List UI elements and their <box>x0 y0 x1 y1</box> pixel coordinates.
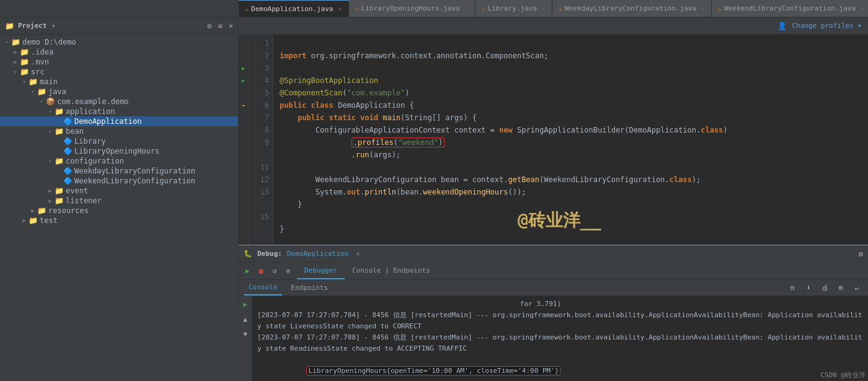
side-down-icon[interactable]: ▼ <box>240 328 251 339</box>
tree-item-demo[interactable]: ▾ 📁 demo D:\demo <box>0 37 238 47</box>
tab-label-4: WeekendLibraryConfiguration.java <box>724 4 856 12</box>
tree-item-event[interactable]: ▶ 📁 event <box>0 186 238 196</box>
tree-label-bean: bean <box>66 127 84 136</box>
tree-item-idea[interactable]: ▶ 📁 .idea <box>0 47 238 57</box>
tree-arrow-mvn: ▶ <box>11 59 20 65</box>
folder-icon-configuration: 📁 <box>55 157 64 165</box>
tree-label-com: com.example.demo <box>57 97 129 106</box>
tree-label-weekend: WeekendLibraryConfiguration <box>74 177 195 185</box>
java-class-icon-weekend: 🔷 <box>63 177 73 185</box>
tab-close-4[interactable]: × <box>861 5 864 12</box>
code-line-11: WeekendLibraryConfiguration bean = conte… <box>280 175 701 184</box>
tab-libraryopeninghours[interactable]: ☕ LibraryOpeningHours.java × <box>349 0 476 17</box>
gutter-line-6: → <box>239 99 248 112</box>
tree-arrow-com: ▾ <box>37 99 46 105</box>
tree-item-test[interactable]: ▶ 📁 test <box>0 216 238 226</box>
folder-icon-application: 📁 <box>55 107 64 116</box>
gutter-line-13 <box>239 186 248 198</box>
java-class-icon-library: 🔷 <box>63 137 73 146</box>
tab-demoapplication[interactable]: ☕ DemoApplication.java × <box>239 0 349 17</box>
tab-label-3: WeekdayLibraryConfiguration.java <box>565 4 696 12</box>
tree-item-listener[interactable]: ▶ 📁 listener <box>0 196 238 206</box>
tree-item-configuration[interactable]: ▾ 📁 configuration <box>0 156 238 166</box>
tree-item-weekdaylibrary[interactable]: 🔷 WeekdayLibraryConfiguration <box>0 166 238 176</box>
side-run-icon[interactable]: ▶ <box>240 299 251 310</box>
tree-item-mvn[interactable]: ▶ 📁 .mvn <box>0 57 238 67</box>
gutter-line-8 <box>239 124 248 136</box>
console-print-btn[interactable]: 🖨 <box>818 282 831 294</box>
tree-label-mvn: .mvn <box>31 58 49 66</box>
java-icon-3: ☕ <box>559 5 562 12</box>
debug-tab-debugger-label: Debugger <box>304 266 337 274</box>
console-line-2: [2023-07-07 17:27:07.788] - 8456 信息 [res… <box>257 332 863 354</box>
debug-tab-debugger[interactable]: Debugger <box>297 263 345 279</box>
debug-settings-icon[interactable]: ⚙ <box>859 250 863 258</box>
console-scroll-end-btn[interactable]: ⬇ <box>802 282 815 294</box>
tree-arrow-main: ▾ <box>20 79 29 85</box>
profile-icon: 👤 <box>777 22 787 30</box>
tree-arrow-idea: ▶ <box>11 49 20 55</box>
debug-close-icon[interactable]: × <box>356 250 360 258</box>
gutter-line-10 <box>239 149 248 161</box>
tree-item-library[interactable]: 🔷 Library <box>0 136 238 146</box>
console-subtab-console[interactable]: Console <box>244 280 282 296</box>
console-area[interactable]: for 3.791) [2023-07-07 17:27:07.784] - 8… <box>252 296 868 381</box>
tab-bar: ☕ DemoApplication.java × ☕ LibraryOpenin… <box>0 0 868 17</box>
sidebar-dropdown-icon[interactable]: ▾ <box>51 22 55 29</box>
code-line-14 <box>280 212 284 221</box>
console-subtab-endpoints-label: Endpoints <box>291 284 328 292</box>
tree-arrow-src: ▾ <box>11 69 20 75</box>
tree-item-com-example-demo[interactable]: ▾ 📦 com.example.demo <box>0 97 238 107</box>
tree-item-resources[interactable]: ▶ 📁 resources <box>0 206 238 216</box>
debug-resume-btn[interactable]: ▶ <box>241 265 254 278</box>
tree-arrow-bean: ▾ <box>46 128 55 134</box>
tree-item-demoapplication[interactable]: 🔷 DemoApplication <box>0 116 238 126</box>
debug-restart-btn[interactable]: ↺ <box>268 265 281 278</box>
debug-header-title: Debug: <box>257 250 282 258</box>
tree-item-java[interactable]: ▾ 📁 java <box>0 87 238 97</box>
side-up-icon[interactable]: ▲ <box>240 313 251 325</box>
editor-top-bar: 👤 Change profiles ▾ <box>239 17 868 35</box>
sidebar-expand-icon[interactable]: ≡ <box>218 22 223 30</box>
tree-item-libraryopeninghours[interactable]: 🔷 LibraryOpeningHours <box>0 146 238 156</box>
change-profiles-button[interactable]: Change profiles ▾ <box>792 22 862 30</box>
editor-content: ▶ ▶ → 1 2 3 4 5 6 <box>239 35 868 245</box>
tree-item-src[interactable]: ▾ 📁 src <box>0 67 238 77</box>
tree-label-src: src <box>31 68 45 76</box>
tab-close-2[interactable]: × <box>542 5 546 12</box>
project-icon: 📁 <box>5 22 14 30</box>
code-line-7: ConfigurableApplicationContext context =… <box>280 126 728 134</box>
debug-mute-btn[interactable]: ⊘ <box>282 265 294 278</box>
sidebar-gear-icon[interactable]: ⚙ <box>207 22 211 30</box>
tab-weekdaylibrary[interactable]: ☕ WeekdayLibraryConfiguration.java × <box>552 0 712 17</box>
tree-item-main[interactable]: ▾ 📁 main <box>0 77 238 87</box>
tree-arrow-demo: ▾ <box>2 39 11 45</box>
tree-item-application[interactable]: ▾ 📁 application <box>0 107 238 116</box>
tree-item-bean[interactable]: ▾ 📁 bean <box>0 126 238 136</box>
code-line-10 <box>280 163 284 172</box>
sidebar-close-icon[interactable]: × <box>229 22 233 30</box>
console-subtab-endpoints[interactable]: Endpoints <box>286 280 333 296</box>
tree-arrow-loh <box>55 148 63 154</box>
tab-weekendlibrary[interactable]: ☕ WeekendLibraryConfiguration.java × <box>712 0 868 17</box>
tab-label-1: LibraryOpeningHours.java <box>361 4 460 12</box>
tab-close-0[interactable]: × <box>338 6 342 12</box>
tab-library[interactable]: ☕ Library.java × <box>476 0 553 17</box>
tree-label-application: application <box>66 107 115 116</box>
java-class-icon-weekday: 🔷 <box>63 167 73 175</box>
tab-close-3[interactable]: × <box>701 5 705 12</box>
debug-tab-console[interactable]: Console | Endpoints <box>345 263 438 279</box>
gutter-line-14 <box>239 198 248 211</box>
console-subtab-console-label: Console <box>249 283 277 291</box>
tree-item-weekendlibrary[interactable]: 🔷 WeekendLibraryConfiguration <box>0 176 238 186</box>
sidebar: 📁 Project ▾ ⚙ ≡ × ▾ 📁 demo D:\demo ▶ 📁 .… <box>0 17 239 381</box>
debug-header: 🐛 Debug: DemoApplication × ⚙ <box>239 245 868 263</box>
code-line-8: .profiles("weekend") <box>280 138 445 147</box>
console-wrap-btn[interactable]: ↵ <box>851 282 863 294</box>
tree-arrow-resources: ▶ <box>29 208 37 214</box>
debug-stop-btn[interactable]: ■ <box>255 265 267 278</box>
tab-close-1[interactable]: × <box>465 5 469 12</box>
console-clear-btn[interactable]: ⊟ <box>786 282 799 294</box>
console-filter-btn[interactable]: ⊞ <box>835 282 847 294</box>
sidebar-header: 📁 Project ▾ ⚙ ≡ × <box>0 17 238 35</box>
